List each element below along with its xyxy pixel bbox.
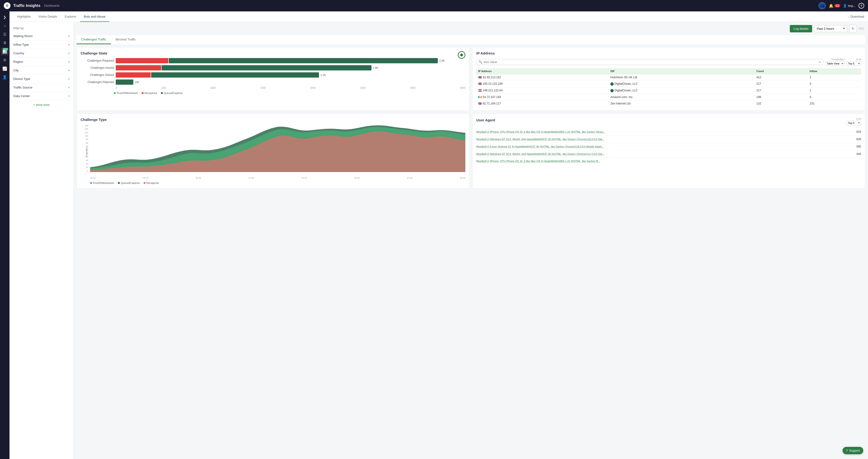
chevron-down-icon: ▾ xyxy=(68,34,70,38)
sidebar-item-list[interactable]: ☰ xyxy=(1,30,8,38)
col-count: Count xyxy=(754,68,808,74)
log-details-button[interactable]: Log details xyxy=(790,25,812,32)
limit-select[interactable]: Top 5 Top 10 Top 20 xyxy=(846,61,861,66)
tab-explorer[interactable]: Explorer xyxy=(61,11,80,22)
sidebar-item-users[interactable]: 👤 xyxy=(1,73,8,81)
tab-bots-and-abuse[interactable]: Bots and Abuse xyxy=(80,11,109,22)
show-more-button[interactable]: + show more xyxy=(9,101,73,110)
list-item[interactable]: Mozilla/5.0 (iPhone; CPU iPhone OS 16_6 … xyxy=(476,158,861,165)
table-row[interactable]: 🇬🇧165.22.122.238 DigitalOcean, LLC 217 0 xyxy=(476,81,861,87)
bar-value-rejected: 196 xyxy=(135,81,139,84)
table-row[interactable]: 🇮🇪54.72.247.193 Amazon.com, Inc. 199 0 xyxy=(476,94,861,100)
sidebar-item-monitor[interactable]: 🖥 xyxy=(1,39,8,47)
cell-inflow: 0 xyxy=(808,81,861,87)
sidebar-item-home[interactable]: ⌂ xyxy=(1,22,8,29)
sub-tab-bar: Challenged Traffic Blocked Traffic xyxy=(76,35,865,44)
challenge-state-title: Challenge State xyxy=(81,51,465,55)
chevron-down-icon: ▾ xyxy=(68,43,70,47)
support-button[interactable]: ? Support xyxy=(843,447,863,454)
user-agent-title: User Agent xyxy=(476,118,495,122)
viz-select[interactable]: Table View Bar Chart xyxy=(825,61,844,66)
cell-inflow: 0 xyxy=(808,94,861,100)
ua-text[interactable]: Mozilla/5.0 (Windows NT 10.0; Win64; x64… xyxy=(476,138,855,141)
ua-text[interactable]: Mozilla/5.0 (iPhone; CPU iPhone OS 16_6 … xyxy=(476,160,859,163)
challenge-type-title: Challenge Type xyxy=(81,118,465,122)
filter-device-type[interactable]: Device Type ▾ xyxy=(9,75,73,83)
refresh-button[interactable]: ↻ xyxy=(849,25,857,32)
ip-controls: 🔍 ✕ Visualization Table View Bar Chart xyxy=(476,58,861,66)
filter-city[interactable]: City ▾ xyxy=(9,66,73,75)
sub-tab-blocked[interactable]: Blocked Traffic xyxy=(111,35,141,44)
cell-isp: Hutchison 3G UK Ltd xyxy=(609,74,754,81)
user-agent-card: User Agent Limit Top 5 Top 10 Top 20 xyxy=(472,114,865,189)
challenge-type-chart: 1301201101009080706050403020100 Requests xyxy=(81,124,465,179)
list-item[interactable]: Mozilla/5.0 (Windows NT 10.0; Win64; x64… xyxy=(476,136,861,143)
time-range-select[interactable]: Past 2 hours Past 6 hours Past 24 hours … xyxy=(814,25,847,32)
filter-sidebar: Filter by: Waiting Room ▾ Inflow Type ▾ … xyxy=(9,22,74,459)
chevron-down-icon: ▾ xyxy=(68,94,70,98)
chevron-down-icon: ▾ xyxy=(68,77,70,81)
ua-limit-label: Limit xyxy=(856,118,861,120)
list-item[interactable]: Mozilla/5.0 (iPhone; CPU iPhone OS 16_6 … xyxy=(476,128,861,136)
challenge-type-card: Challenge Type 1301201101009080706050403… xyxy=(76,114,469,189)
radio-indicator xyxy=(458,51,465,59)
navbar-user[interactable]: 👤 Imp... xyxy=(843,4,856,8)
sidebar-item-analytics[interactable]: 📊 BETA xyxy=(1,48,8,55)
top-controls: Log details Past 2 hours Past 6 hours Pa… xyxy=(76,25,865,32)
sub-tab-challenged[interactable]: Challenged Traffic xyxy=(76,35,111,44)
download-button[interactable]: ↓ Download xyxy=(848,15,864,18)
cell-isp: DigitalOcean, LLC xyxy=(609,81,754,87)
navbar-title: Traffic Insights xyxy=(13,4,40,8)
filter-by-label: Filter by: xyxy=(9,25,73,32)
cell-ip: 🇳🇱198.211.122.64 xyxy=(476,87,609,94)
user-label: Imp... xyxy=(848,4,856,8)
limit-label: Limit xyxy=(856,58,861,61)
navbar-flag[interactable]: 🇪🇺 xyxy=(818,2,826,9)
ua-count: 626 xyxy=(856,138,861,141)
list-item[interactable]: Mozilla/5.0 (Windows NT 10.0; Win64; x64… xyxy=(476,150,861,158)
ua-count: 444 xyxy=(856,152,861,155)
legend-queueitcaptcha: QueueitCaptcha xyxy=(164,92,183,94)
ip-search-box[interactable]: 🔍 ✕ xyxy=(476,59,823,65)
sidebar-item-settings[interactable]: ⚙ xyxy=(1,56,8,64)
tab-visitor-details[interactable]: Visitor Details xyxy=(34,11,61,22)
beta-badge: BETA xyxy=(3,48,8,50)
chevron-down-icon: ▾ xyxy=(68,86,70,89)
sidebar-toggle[interactable]: ❯ xyxy=(1,13,8,21)
navbar-notifications[interactable]: 🔔 12 xyxy=(829,4,840,8)
bar-label-issued: Challenges Issued xyxy=(81,66,114,69)
bar-label-rejected: Challenges Rejected xyxy=(81,80,114,84)
ua-text[interactable]: Mozilla/5.0 (Windows NT 10.0; Win64; x64… xyxy=(476,152,855,155)
ip-address-title: IP Address xyxy=(476,51,861,55)
cell-inflow: 1 xyxy=(808,87,861,94)
ua-limit-select[interactable]: Top 5 Top 10 Top 20 xyxy=(846,121,861,125)
ua-text[interactable]: Mozilla/5.0 (iPhone; CPU iPhone OS 16_6 … xyxy=(476,131,855,133)
table-row[interactable]: 🇬🇧82.71.164.117 Zen Internet Ltd 110 231 xyxy=(476,100,861,107)
legend-recaptcha: Recaptcha xyxy=(145,92,157,94)
bar-label-solved: Challenges Solved xyxy=(81,73,114,77)
ua-text[interactable]: Mozilla/5.0 (Linux; Android 10; K) Apple… xyxy=(476,145,855,148)
cell-count: 217 xyxy=(754,87,808,94)
challenge-state-chart: Challenges Required 2.9K Challenges Issu… xyxy=(81,58,465,89)
filter-country[interactable]: Country ▾ xyxy=(9,49,73,58)
chevron-down-icon: ▾ xyxy=(68,60,70,63)
table-row[interactable]: 🇳🇱198.211.122.64 DigitalOcean, LLC 217 1 xyxy=(476,87,861,94)
legend-proofofworkhash: ProofOfWorkHash xyxy=(117,92,138,94)
tab-bar: Highlights Visitor Details Explorer Bots… xyxy=(9,11,868,22)
filter-inflow-type[interactable]: Inflow Type ▾ xyxy=(9,40,73,49)
filter-data-center[interactable]: Data Center ▾ xyxy=(9,92,73,101)
filter-region[interactable]: Region ▾ xyxy=(9,58,73,66)
list-item[interactable]: Mozilla/5.0 (Linux; Android 10; K) Apple… xyxy=(476,143,861,150)
help-button[interactable]: ? xyxy=(859,3,864,8)
chevron-down-icon: ▾ xyxy=(68,52,70,55)
navbar-dashboards: Dashboards xyxy=(44,4,60,7)
table-row[interactable]: 🇬🇧92.40.213.152 Hutchison 3G UK Ltd 413 … xyxy=(476,74,861,81)
ip-search-input[interactable] xyxy=(484,60,817,64)
col-ip: IP Address xyxy=(476,68,609,74)
sidebar-item-trends[interactable]: 📈 xyxy=(1,65,8,72)
filter-traffic-source[interactable]: Traffic Source ▾ xyxy=(9,83,73,92)
filter-waiting-room[interactable]: Waiting Room ▾ xyxy=(9,32,73,40)
clear-icon[interactable]: ✕ xyxy=(818,60,821,64)
icon-sidebar: ❯ ⌂ ☰ 🖥 📊 BETA ⚙ 📈 👤 xyxy=(0,11,9,459)
tab-highlights[interactable]: Highlights xyxy=(13,11,34,22)
